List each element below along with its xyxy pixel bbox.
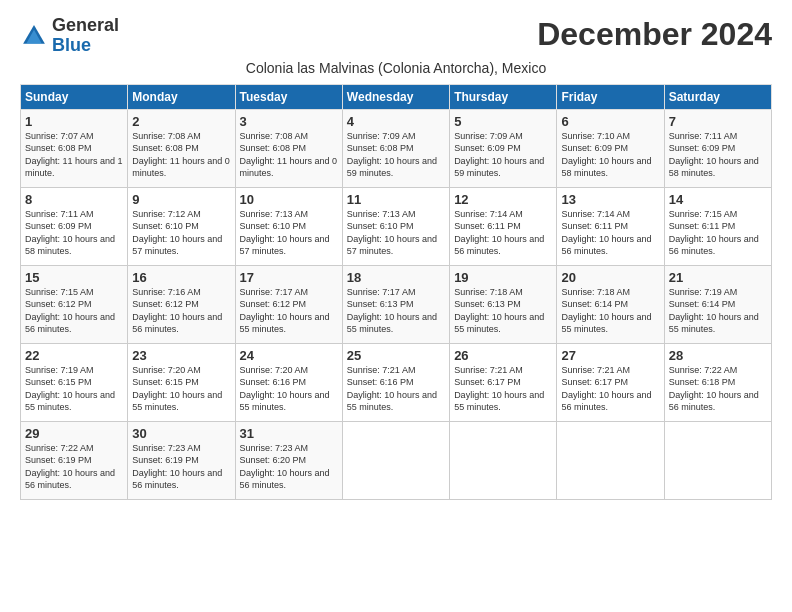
day-info: Sunrise: 7:23 AMSunset: 6:20 PMDaylight:… bbox=[240, 442, 338, 492]
day-number: 10 bbox=[240, 192, 338, 207]
day-info: Sunrise: 7:18 AMSunset: 6:13 PMDaylight:… bbox=[454, 286, 552, 336]
table-row: 30Sunrise: 7:23 AMSunset: 6:19 PMDayligh… bbox=[128, 421, 235, 499]
header-tuesday: Tuesday bbox=[235, 84, 342, 109]
calendar-header-row: Sunday Monday Tuesday Wednesday Thursday… bbox=[21, 84, 772, 109]
day-info: Sunrise: 7:15 AMSunset: 6:12 PMDaylight:… bbox=[25, 286, 123, 336]
day-info: Sunrise: 7:21 AMSunset: 6:17 PMDaylight:… bbox=[454, 364, 552, 414]
day-info: Sunrise: 7:18 AMSunset: 6:14 PMDaylight:… bbox=[561, 286, 659, 336]
day-number: 2 bbox=[132, 114, 230, 129]
day-info: Sunrise: 7:22 AMSunset: 6:19 PMDaylight:… bbox=[25, 442, 123, 492]
day-number: 3 bbox=[240, 114, 338, 129]
table-row: 20Sunrise: 7:18 AMSunset: 6:14 PMDayligh… bbox=[557, 265, 664, 343]
day-info: Sunrise: 7:11 AMSunset: 6:09 PMDaylight:… bbox=[669, 130, 767, 180]
page: General Blue December 2024 Colonia las M… bbox=[0, 0, 792, 510]
day-number: 5 bbox=[454, 114, 552, 129]
day-info: Sunrise: 7:21 AMSunset: 6:17 PMDaylight:… bbox=[561, 364, 659, 414]
calendar-week-row: 8Sunrise: 7:11 AMSunset: 6:09 PMDaylight… bbox=[21, 187, 772, 265]
day-info: Sunrise: 7:10 AMSunset: 6:09 PMDaylight:… bbox=[561, 130, 659, 180]
header-wednesday: Wednesday bbox=[342, 84, 449, 109]
logo: General Blue bbox=[20, 16, 119, 56]
day-number: 21 bbox=[669, 270, 767, 285]
table-row: 27Sunrise: 7:21 AMSunset: 6:17 PMDayligh… bbox=[557, 343, 664, 421]
table-row: 23Sunrise: 7:20 AMSunset: 6:15 PMDayligh… bbox=[128, 343, 235, 421]
day-number: 19 bbox=[454, 270, 552, 285]
logo-blue-text: Blue bbox=[52, 35, 91, 55]
day-info: Sunrise: 7:22 AMSunset: 6:18 PMDaylight:… bbox=[669, 364, 767, 414]
header-saturday: Saturday bbox=[664, 84, 771, 109]
table-row: 12Sunrise: 7:14 AMSunset: 6:11 PMDayligh… bbox=[450, 187, 557, 265]
table-row: 15Sunrise: 7:15 AMSunset: 6:12 PMDayligh… bbox=[21, 265, 128, 343]
day-number: 8 bbox=[25, 192, 123, 207]
day-info: Sunrise: 7:17 AMSunset: 6:12 PMDaylight:… bbox=[240, 286, 338, 336]
table-row: 6Sunrise: 7:10 AMSunset: 6:09 PMDaylight… bbox=[557, 109, 664, 187]
table-row: 24Sunrise: 7:20 AMSunset: 6:16 PMDayligh… bbox=[235, 343, 342, 421]
logo-general-text: General bbox=[52, 15, 119, 35]
table-row: 7Sunrise: 7:11 AMSunset: 6:09 PMDaylight… bbox=[664, 109, 771, 187]
table-row bbox=[557, 421, 664, 499]
day-number: 16 bbox=[132, 270, 230, 285]
day-number: 15 bbox=[25, 270, 123, 285]
day-number: 17 bbox=[240, 270, 338, 285]
table-row: 28Sunrise: 7:22 AMSunset: 6:18 PMDayligh… bbox=[664, 343, 771, 421]
header-sunday: Sunday bbox=[21, 84, 128, 109]
day-number: 11 bbox=[347, 192, 445, 207]
day-number: 14 bbox=[669, 192, 767, 207]
day-number: 18 bbox=[347, 270, 445, 285]
day-number: 23 bbox=[132, 348, 230, 363]
subtitle: Colonia las Malvinas (Colonia Antorcha),… bbox=[20, 60, 772, 76]
day-number: 9 bbox=[132, 192, 230, 207]
table-row: 9Sunrise: 7:12 AMSunset: 6:10 PMDaylight… bbox=[128, 187, 235, 265]
day-info: Sunrise: 7:21 AMSunset: 6:16 PMDaylight:… bbox=[347, 364, 445, 414]
table-row: 1Sunrise: 7:07 AMSunset: 6:08 PMDaylight… bbox=[21, 109, 128, 187]
day-number: 12 bbox=[454, 192, 552, 207]
day-info: Sunrise: 7:09 AMSunset: 6:09 PMDaylight:… bbox=[454, 130, 552, 180]
day-info: Sunrise: 7:20 AMSunset: 6:16 PMDaylight:… bbox=[240, 364, 338, 414]
table-row: 4Sunrise: 7:09 AMSunset: 6:08 PMDaylight… bbox=[342, 109, 449, 187]
day-info: Sunrise: 7:13 AMSunset: 6:10 PMDaylight:… bbox=[240, 208, 338, 258]
day-info: Sunrise: 7:16 AMSunset: 6:12 PMDaylight:… bbox=[132, 286, 230, 336]
day-info: Sunrise: 7:19 AMSunset: 6:15 PMDaylight:… bbox=[25, 364, 123, 414]
page-title: December 2024 bbox=[537, 16, 772, 53]
day-number: 26 bbox=[454, 348, 552, 363]
day-info: Sunrise: 7:19 AMSunset: 6:14 PMDaylight:… bbox=[669, 286, 767, 336]
calendar-week-row: 29Sunrise: 7:22 AMSunset: 6:19 PMDayligh… bbox=[21, 421, 772, 499]
day-number: 20 bbox=[561, 270, 659, 285]
calendar-week-row: 22Sunrise: 7:19 AMSunset: 6:15 PMDayligh… bbox=[21, 343, 772, 421]
day-info: Sunrise: 7:07 AMSunset: 6:08 PMDaylight:… bbox=[25, 130, 123, 180]
day-number: 24 bbox=[240, 348, 338, 363]
table-row: 21Sunrise: 7:19 AMSunset: 6:14 PMDayligh… bbox=[664, 265, 771, 343]
table-row bbox=[664, 421, 771, 499]
day-number: 7 bbox=[669, 114, 767, 129]
day-info: Sunrise: 7:23 AMSunset: 6:19 PMDaylight:… bbox=[132, 442, 230, 492]
day-info: Sunrise: 7:08 AMSunset: 6:08 PMDaylight:… bbox=[132, 130, 230, 180]
calendar-week-row: 15Sunrise: 7:15 AMSunset: 6:12 PMDayligh… bbox=[21, 265, 772, 343]
day-number: 29 bbox=[25, 426, 123, 441]
header-monday: Monday bbox=[128, 84, 235, 109]
day-info: Sunrise: 7:12 AMSunset: 6:10 PMDaylight:… bbox=[132, 208, 230, 258]
table-row bbox=[450, 421, 557, 499]
day-number: 31 bbox=[240, 426, 338, 441]
table-row: 16Sunrise: 7:16 AMSunset: 6:12 PMDayligh… bbox=[128, 265, 235, 343]
header: General Blue December 2024 bbox=[20, 16, 772, 56]
day-number: 4 bbox=[347, 114, 445, 129]
table-row bbox=[342, 421, 449, 499]
table-row: 17Sunrise: 7:17 AMSunset: 6:12 PMDayligh… bbox=[235, 265, 342, 343]
table-row: 11Sunrise: 7:13 AMSunset: 6:10 PMDayligh… bbox=[342, 187, 449, 265]
table-row: 26Sunrise: 7:21 AMSunset: 6:17 PMDayligh… bbox=[450, 343, 557, 421]
logo-icon bbox=[20, 22, 48, 50]
day-info: Sunrise: 7:14 AMSunset: 6:11 PMDaylight:… bbox=[561, 208, 659, 258]
table-row: 19Sunrise: 7:18 AMSunset: 6:13 PMDayligh… bbox=[450, 265, 557, 343]
table-row: 25Sunrise: 7:21 AMSunset: 6:16 PMDayligh… bbox=[342, 343, 449, 421]
day-number: 27 bbox=[561, 348, 659, 363]
table-row: 29Sunrise: 7:22 AMSunset: 6:19 PMDayligh… bbox=[21, 421, 128, 499]
table-row: 14Sunrise: 7:15 AMSunset: 6:11 PMDayligh… bbox=[664, 187, 771, 265]
day-info: Sunrise: 7:09 AMSunset: 6:08 PMDaylight:… bbox=[347, 130, 445, 180]
day-number: 6 bbox=[561, 114, 659, 129]
table-row: 13Sunrise: 7:14 AMSunset: 6:11 PMDayligh… bbox=[557, 187, 664, 265]
table-row: 2Sunrise: 7:08 AMSunset: 6:08 PMDaylight… bbox=[128, 109, 235, 187]
table-row: 3Sunrise: 7:08 AMSunset: 6:08 PMDaylight… bbox=[235, 109, 342, 187]
table-row: 31Sunrise: 7:23 AMSunset: 6:20 PMDayligh… bbox=[235, 421, 342, 499]
header-friday: Friday bbox=[557, 84, 664, 109]
calendar-week-row: 1Sunrise: 7:07 AMSunset: 6:08 PMDaylight… bbox=[21, 109, 772, 187]
day-info: Sunrise: 7:11 AMSunset: 6:09 PMDaylight:… bbox=[25, 208, 123, 258]
